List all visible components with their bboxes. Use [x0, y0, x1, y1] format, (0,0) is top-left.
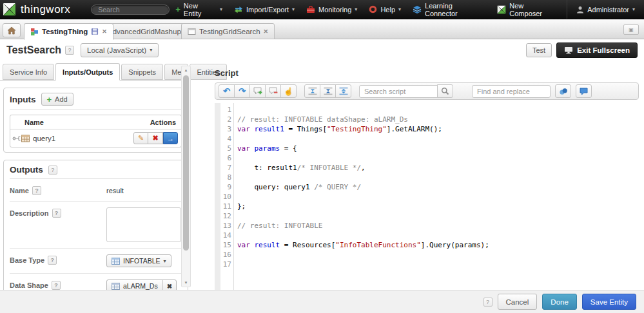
- code-line[interactable]: var result = Resources["InfoTableFunctio…: [237, 240, 644, 250]
- redo-button[interactable]: ↷: [234, 84, 250, 98]
- set-input-button[interactable]: →: [163, 132, 178, 144]
- code-line[interactable]: };: [237, 202, 644, 211]
- code-line[interactable]: query: query1 /* QUERY */: [237, 182, 644, 192]
- plus-icon: +: [47, 95, 52, 104]
- close-icon[interactable]: ✕: [102, 28, 107, 35]
- find-replace-input[interactable]: [472, 85, 551, 98]
- collapse-all-button[interactable]: [320, 84, 336, 98]
- tab-inputs-outputs[interactable]: Inputs/Outputs: [55, 63, 120, 81]
- line-number: 2: [220, 115, 233, 124]
- script-toolbar: ↶ ↷ ☝: [215, 82, 639, 100]
- menu-label: Administrator: [587, 6, 629, 14]
- dock-tabs-button[interactable]: ▣: [623, 24, 639, 35]
- cancel-button[interactable]: Cancel: [498, 294, 538, 310]
- search-script-input[interactable]: [359, 85, 438, 98]
- left-panel-scrollbar[interactable]: ▲ ▼: [181, 66, 191, 287]
- drag-handle-icon[interactable]: [12, 135, 21, 142]
- menu-import-export[interactable]: Import/Export ▾: [228, 0, 300, 19]
- done-button[interactable]: Done: [542, 294, 577, 310]
- scrollbar-thumb[interactable]: [183, 75, 189, 251]
- code-line[interactable]: [237, 192, 644, 202]
- menu-learning-connector[interactable]: Learning Connector: [407, 0, 491, 19]
- editor-code[interactable]: // result: INFOTABLE dataShape: aLARM_Ds…: [234, 103, 644, 290]
- basetype-dropdown[interactable]: INFOTABLE ▾: [106, 254, 171, 267]
- remove-comment-button[interactable]: [265, 84, 281, 98]
- undo-button[interactable]: ↶: [219, 84, 235, 98]
- code-line[interactable]: // result: INFOTABLE: [237, 221, 644, 231]
- code-line[interactable]: [237, 250, 644, 260]
- datashape-chip[interactable]: aLARM_Ds ✖: [106, 280, 177, 290]
- output-description-row: Description ?: [10, 202, 182, 249]
- scroll-down-icon[interactable]: ▼: [182, 279, 190, 287]
- collapse-icon: [308, 87, 317, 95]
- test-button[interactable]: Test: [526, 43, 552, 57]
- delete-icon: ✖: [152, 134, 158, 142]
- help-badge[interactable]: ?: [52, 281, 61, 290]
- query-parameter-icon: [21, 135, 30, 142]
- tab-testinggridsearch[interactable]: TestingGridSearch ✕: [181, 23, 275, 39]
- code-line[interactable]: [237, 153, 644, 163]
- code-line[interactable]: [237, 173, 644, 182]
- subtab-label: Snippets: [128, 68, 156, 76]
- outputs-panel: Outputs ? Name ? result Description ? Ba…: [3, 160, 188, 290]
- replace-button[interactable]: [555, 84, 571, 98]
- code-line[interactable]: [237, 231, 644, 240]
- code-line[interactable]: t: result1/* INFOTABLE */,: [237, 163, 644, 173]
- tab-snippets[interactable]: Snippets: [121, 64, 163, 80]
- scroll-up-icon[interactable]: ▲: [182, 66, 190, 74]
- help-badge[interactable]: ?: [32, 186, 41, 195]
- menu-help[interactable]: Help ▾: [363, 0, 407, 19]
- diamond-icon: [497, 5, 506, 14]
- code-editor[interactable]: 1234567891011121314151617 // result: INF…: [215, 103, 644, 290]
- brand[interactable]: thingworx: [0, 3, 77, 16]
- main-content: Service Info Inputs/Outputs Snippets Me …: [0, 61, 644, 290]
- code-line[interactable]: var params = {: [237, 144, 644, 153]
- format-code-button[interactable]: ☝: [280, 84, 297, 98]
- help-badge[interactable]: ?: [52, 209, 61, 218]
- clear-datashape-button[interactable]: ✖: [162, 280, 176, 290]
- menu-new-composer[interactable]: New Composer: [491, 0, 563, 19]
- tab-testingthing[interactable]: TestingThing ✕: [24, 23, 113, 40]
- code-line[interactable]: [237, 105, 644, 115]
- tab-service-info[interactable]: Service Info: [3, 64, 54, 80]
- code-line[interactable]: // result: INFOTABLE dataShape: aLARM_Ds: [237, 115, 644, 124]
- line-number: 7: [220, 163, 233, 173]
- inputs-table: Name Actions: [10, 115, 182, 147]
- monitoring-icon: [306, 6, 315, 14]
- save-label: Save Entity: [590, 298, 628, 306]
- footer-help-badge[interactable]: ?: [483, 298, 493, 307]
- delete-input-button[interactable]: ✖: [148, 132, 163, 144]
- edit-input-button[interactable]: ✎: [133, 132, 148, 144]
- chevron-down-icon: ▾: [398, 6, 401, 12]
- line-number: 8: [220, 173, 233, 182]
- home-button[interactable]: [3, 23, 21, 37]
- datashape-icon: [112, 283, 120, 290]
- menu-label: New Entity: [184, 2, 217, 17]
- menu-new-entity[interactable]: + New Entity ▾: [170, 0, 228, 19]
- code-line[interactable]: var result1 = Things["TestingThing"].Get…: [237, 124, 644, 134]
- collapse-block-button[interactable]: [304, 84, 320, 98]
- global-search-input[interactable]: [91, 5, 170, 15]
- title-help-badge[interactable]: ?: [65, 46, 74, 55]
- menu-monitoring[interactable]: Monitoring ▾: [300, 0, 363, 19]
- close-icon[interactable]: ✕: [264, 28, 269, 35]
- code-line[interactable]: [237, 134, 644, 144]
- exit-fullscreen-button[interactable]: Exit Fullscreen: [556, 43, 638, 58]
- expand-all-button[interactable]: [335, 84, 351, 98]
- help-badge[interactable]: ?: [48, 256, 57, 265]
- help-ring-icon: [369, 5, 377, 14]
- menu-administrator[interactable]: Administrator ▾: [567, 0, 644, 19]
- handler-dropdown[interactable]: Local (JavaScript) ▾: [81, 43, 159, 57]
- code-line[interactable]: [237, 260, 644, 269]
- exit-fullscreen-label: Exit Fullscreen: [577, 46, 630, 54]
- add-input-button[interactable]: + Add: [41, 93, 73, 106]
- description-textarea[interactable]: [106, 207, 181, 242]
- add-comment-button[interactable]: [249, 84, 266, 98]
- save-entity-button[interactable]: Save Entity: [582, 294, 636, 310]
- output-basetype-row: Base Type ? INFOTABLE: [10, 249, 182, 274]
- code-line[interactable]: [237, 211, 644, 221]
- outputs-help-badge[interactable]: ?: [48, 166, 57, 175]
- brand-name: thingworx: [21, 3, 70, 16]
- search-script-button[interactable]: [437, 84, 453, 98]
- replace-all-button[interactable]: [576, 84, 592, 98]
